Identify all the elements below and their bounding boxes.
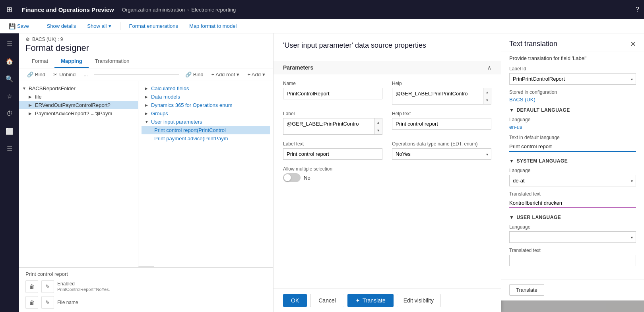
fd-toolbar: 🔗 Bind ✂ Unbind ... 🔗 Bind + Add root ▾ … [19,68,273,81]
help-input[interactable]: @GER_LABEL:PrinPrintContro [392,88,483,103]
label-arrows: ▲ ▼ [374,118,382,134]
collapse3-icon: ▼ [509,215,514,220]
user-language-header[interactable]: ▼ USER LANGUAGE [509,215,636,220]
user-translated-label: Translated text [509,248,636,253]
delete2-button[interactable]: 🗑 [25,296,38,309]
stored-in-group: Stored in configuration BACS (UK) [509,89,636,103]
bottom-actions: 🗑 ✎ Enabled PrintControlReport=NoYes. [25,280,267,293]
delete-button[interactable]: 🗑 [25,280,38,293]
expand-icon: ▶ [145,103,151,107]
system-language-label: Language [509,168,636,173]
expand-icon: ▶ [145,111,151,116]
allow-multiple-label: Allow multiple selection [283,166,382,172]
sidebar-icon-workspaces[interactable]: ⬜ [2,124,17,138]
tree-item-er-vend[interactable]: ▶ ERVendOutPaymControlReport? [19,101,138,109]
default-text-label: Text in default language [509,135,636,140]
help-icon[interactable]: ? [636,6,639,13]
grid-icon[interactable]: ⊞ [5,4,14,16]
bottom-item1-label: Enabled PrintControlReport=NoYes. [57,281,110,292]
dialog-title: 'User input parameter' data source prope… [283,41,491,50]
add-button[interactable]: + Add ▾ [246,71,267,78]
sidebar-icon-filter[interactable]: 🔍 [2,72,17,86]
default-language-label: Language [509,117,636,122]
tree-item-bacs[interactable]: ▼ BACSReportsFolder [19,84,138,93]
ds-print-payment[interactable]: Print payment advice(PrintPaym [142,134,270,143]
label-text-input[interactable] [283,148,382,160]
resize-handle[interactable] [138,266,154,268]
expand-icon: ▶ [29,111,35,116]
tab-format[interactable]: Format [25,55,54,68]
allow-multiple-field-group: Allow multiple selection No [283,166,382,182]
collapse-icon: ▼ [509,107,514,113]
bind-button[interactable]: 🔗 Bind [25,71,47,78]
unbind-button[interactable]: ✂ Unbind [52,71,77,78]
properties-dialog: 'User input parameter' data source prope… [274,33,501,312]
nav-item2[interactable]: Electronic reporting [191,7,236,13]
arrow-down[interactable]: ▼ [483,96,491,104]
show-details-button[interactable]: Show details [45,21,79,31]
default-text-input[interactable] [509,142,636,152]
tree-item-payment[interactable]: ▶ PaymentAdviceReport? = '$Paym [19,109,138,118]
operations-label: Operations data type name (EDT, enum) [392,141,491,147]
arrow-down2[interactable]: ▼ [374,126,382,134]
user-translated-input[interactable] [509,255,636,266]
sidebar-icon-list[interactable]: ☰ [2,141,17,156]
stored-in-label: Stored in configuration [509,89,636,95]
close-button[interactable]: ✕ [630,40,636,48]
tree-item-file[interactable]: ▶ file [19,93,138,101]
tab-transformation[interactable]: Transformation [89,55,136,68]
collapse-icon[interactable]: ∧ [487,64,491,71]
arrow-up[interactable]: ▲ [483,88,491,96]
help-text-input[interactable] [392,118,491,130]
add-root-button[interactable]: + Add root ▾ [210,71,241,78]
system-language-section: ▼ SYSTEM LANGUAGE Language de-at ▾ [509,158,636,208]
system-language-header[interactable]: ▼ SYSTEM LANGUAGE [509,158,636,164]
tp-footer: Translate [501,279,644,300]
edit-visibility-button[interactable]: Edit visibility [397,294,440,307]
user-language-field: Language ▾ [509,224,636,243]
system-language-select[interactable]: de-at [509,175,636,186]
sidebar-icon-recent[interactable]: ⏱ [2,107,17,121]
chevron-down2-icon: ▾ [262,72,265,78]
expand-icon: ▶ [145,95,151,99]
ds-dynamics-enum[interactable]: ▶ Dynamics 365 for Operations enum [142,101,270,109]
sidebar-icon-favorites[interactable]: ☆ [2,89,17,103]
nav-item1[interactable]: Organization administration [122,7,185,13]
ds-calculated-fields[interactable]: ▶ Calculated fields [142,84,270,93]
ds-groups[interactable]: ▶ Groups [142,109,270,118]
format-enumerations-button[interactable]: Format enumerations [127,21,181,31]
top-nav: ⊞ Finance and Operations Preview Organiz… [0,0,644,19]
label-text-field-group: Label text [283,141,382,160]
save-button[interactable]: 💾 Save [6,21,31,31]
toolbar: 💾 Save Show details Show all ▾ Format en… [0,19,644,33]
sidebar-icon-home[interactable]: 🏠 [2,54,17,68]
ok-button[interactable]: OK [283,294,307,307]
expand-icon: ▼ [145,120,151,124]
modal-overlay: 'User input parameter' data source prope… [274,33,644,312]
help-text-label: Help text [392,111,491,116]
fd-resize-area [19,267,273,267]
operations-select[interactable]: NoYes [392,148,491,160]
show-all-button[interactable]: Show all ▾ [85,21,113,31]
tab-mapping[interactable]: Mapping [54,55,88,68]
label-id-select[interactable]: PrinPrintControlReport [509,73,636,85]
user-language-select[interactable] [509,231,636,243]
translate-button[interactable]: ✦ Translate [347,294,394,307]
more-button[interactable]: ... [82,71,89,78]
bind2-button[interactable]: 🔗 Bind [184,71,205,78]
tp-translate-button[interactable]: Translate [509,284,544,296]
allow-multiple-toggle[interactable] [283,173,301,182]
edit2-button[interactable]: ✎ [41,296,54,309]
label-input[interactable]: @GER_LABEL:PrinPrintContro [283,118,374,133]
sidebar-icon-menu[interactable]: ☰ [2,37,17,51]
arrow-up2[interactable]: ▲ [374,118,382,126]
ds-user-input[interactable]: ▼ User input parameters [142,118,270,126]
ds-data-models[interactable]: ▶ Data models [142,93,270,101]
ds-print-control[interactable]: Print control report(PrintControl [142,126,270,134]
edit-button[interactable]: ✎ [41,280,54,293]
cancel-button[interactable]: Cancel [310,294,344,307]
default-language-header[interactable]: ▼ DEFAULT LANGUAGE [509,107,636,113]
map-format-button[interactable]: Map format to model [187,21,239,31]
name-input[interactable] [283,88,382,99]
system-translated-input[interactable] [509,198,636,208]
